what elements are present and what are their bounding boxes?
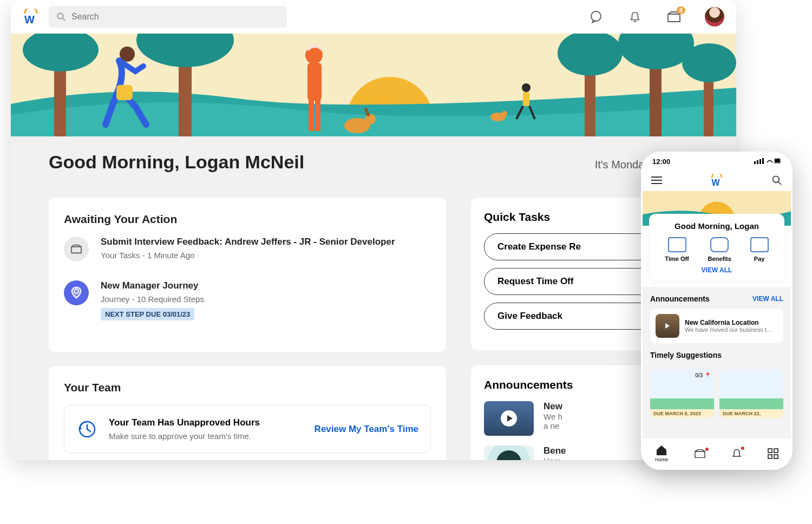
location-pin-icon <box>64 280 89 305</box>
suggestion-card[interactable]: 0/3 📍 DUE MARCH 8, 2023 <box>650 369 714 418</box>
svg-rect-36 <box>757 160 758 164</box>
awaiting-heading: Awaiting Your Action <box>64 213 431 226</box>
hero-banner <box>11 34 736 136</box>
phone-bottom-nav: Home <box>643 438 791 468</box>
view-all-link[interactable]: VIEW ALL <box>752 295 783 303</box>
notifications-icon[interactable] <box>627 9 643 25</box>
notification-dot-icon <box>705 448 709 451</box>
phone-ann-sub: We have moved our business t... <box>685 326 771 333</box>
due-pill: NEXT STEP DUE 03/01/23 <box>101 308 194 320</box>
shield-icon <box>710 237 729 252</box>
search-input-container[interactable] <box>49 6 287 28</box>
search-icon <box>56 12 66 22</box>
clock-refresh-icon <box>76 418 98 440</box>
awaiting-action-card: Awaiting Your Action Submit Interview Fe… <box>49 198 446 352</box>
desktop-app-window: W 8 <box>11 0 736 460</box>
nav-notifications[interactable] <box>731 448 742 460</box>
top-bar: W 8 <box>11 0 736 34</box>
svg-line-2 <box>62 18 65 21</box>
profile-avatar[interactable] <box>705 7 724 27</box>
due-label: DUE MARCH 22, <box>719 409 783 418</box>
mobile-app-mock: 12:00 W Good Morning, Logan Time Off Ben… <box>641 152 793 470</box>
svg-rect-49 <box>768 449 772 453</box>
team-alert-title: Your Team Has Unapproved Hours <box>109 417 304 428</box>
svg-marker-32 <box>78 426 82 429</box>
phone-indicators <box>754 158 781 166</box>
video-thumbnail <box>656 314 679 338</box>
phone-greeting: Good Morning, Logan <box>656 221 778 231</box>
svg-rect-40 <box>775 159 780 162</box>
nav-inbox[interactable] <box>693 449 706 458</box>
svg-rect-17 <box>116 85 133 100</box>
notification-dot-icon <box>741 447 744 450</box>
svg-rect-37 <box>759 159 761 164</box>
svg-rect-21 <box>315 99 320 131</box>
svg-text:W: W <box>711 178 720 187</box>
inbox-task-icon <box>64 237 89 261</box>
time-off-shortcut[interactable]: Time Off <box>665 237 689 262</box>
workday-logo[interactable]: W <box>23 9 39 25</box>
announcement-sub: We h <box>543 412 562 421</box>
suggestion-card[interactable]: DUE MARCH 22, <box>719 369 783 418</box>
phone-time: 12:00 <box>652 158 670 166</box>
phone-ann-title: New California Location <box>685 319 771 326</box>
team-alert: Your Team Has Unapproved Hours Make sure… <box>64 405 431 453</box>
svg-rect-52 <box>774 455 778 458</box>
nav-home[interactable]: Home <box>655 445 668 462</box>
progress-pin: 0/3 📍 <box>695 372 711 378</box>
phone-topbar: W <box>643 169 791 191</box>
svg-line-34 <box>87 429 90 431</box>
svg-point-3 <box>591 11 601 21</box>
phone-announcements-heading: Announcements <box>650 294 710 303</box>
phone-quick-card: Good Morning, Logan Time Off Benefits Pa… <box>649 214 784 280</box>
inbox-icon[interactable]: 8 <box>666 9 682 25</box>
your-team-card: Your Team Your Team Has Unapproved Hours… <box>49 366 446 460</box>
action-item[interactable]: Submit Interview Feedback: Andrew Jeffer… <box>64 237 431 264</box>
svg-text:W: W <box>24 14 35 25</box>
team-heading: Your Team <box>64 381 431 394</box>
greeting-text: Good Morning, Logan McNeil <box>49 152 304 173</box>
chat-icon[interactable] <box>588 9 604 25</box>
svg-point-29 <box>502 111 507 116</box>
announcement-sub: Here <box>543 456 566 460</box>
due-label: DUE MARCH 8, 2023 <box>650 409 714 418</box>
wallet-icon <box>750 237 769 252</box>
review-team-time-link[interactable]: Review My Team's Time <box>315 424 418 435</box>
view-all-link[interactable]: VIEW ALL <box>656 266 778 274</box>
action-title: New Manager Journey <box>101 280 204 291</box>
announcement-sub: a ne <box>543 421 562 430</box>
action-item[interactable]: New Manager Journey Journey - 10 Require… <box>64 280 431 320</box>
suitcase-icon <box>668 237 686 252</box>
pay-shortcut[interactable]: Pay <box>750 237 769 262</box>
phone-status-bar: 12:00 <box>643 153 791 169</box>
hamburger-icon[interactable] <box>651 176 662 185</box>
svg-rect-35 <box>754 161 756 164</box>
benefits-shortcut[interactable]: Benefits <box>708 237 731 262</box>
svg-rect-51 <box>768 455 772 458</box>
svg-point-24 <box>522 83 531 92</box>
search-input[interactable] <box>71 12 279 22</box>
svg-line-46 <box>778 182 781 185</box>
svg-rect-38 <box>762 158 764 164</box>
workday-logo[interactable]: W <box>710 174 723 187</box>
svg-point-15 <box>682 43 736 82</box>
search-icon[interactable] <box>771 175 782 186</box>
svg-point-23 <box>365 114 376 125</box>
action-subtitle: Journey - 10 Required Steps <box>101 294 204 304</box>
svg-rect-19 <box>307 63 322 101</box>
image-thumbnail <box>484 446 534 460</box>
nav-apps[interactable] <box>768 448 778 459</box>
phone-announcement-item[interactable]: New California Location We have moved ou… <box>650 309 783 343</box>
svg-rect-20 <box>309 99 314 131</box>
inbox-badge: 8 <box>677 6 685 14</box>
action-title: Submit Interview Feedback: Andrew Jeffer… <box>101 237 395 247</box>
announcement-title: Bene <box>543 446 566 456</box>
phone-suggestions-heading: Timely Suggestions <box>650 351 722 359</box>
team-alert-sub: Make sure to approve your team's time. <box>109 431 304 441</box>
action-subtitle: Your Tasks - 1 Minute Ago <box>101 251 395 260</box>
svg-rect-25 <box>523 92 529 106</box>
announcement-title: New <box>543 401 562 412</box>
svg-rect-50 <box>774 449 778 453</box>
video-thumbnail <box>484 401 534 436</box>
